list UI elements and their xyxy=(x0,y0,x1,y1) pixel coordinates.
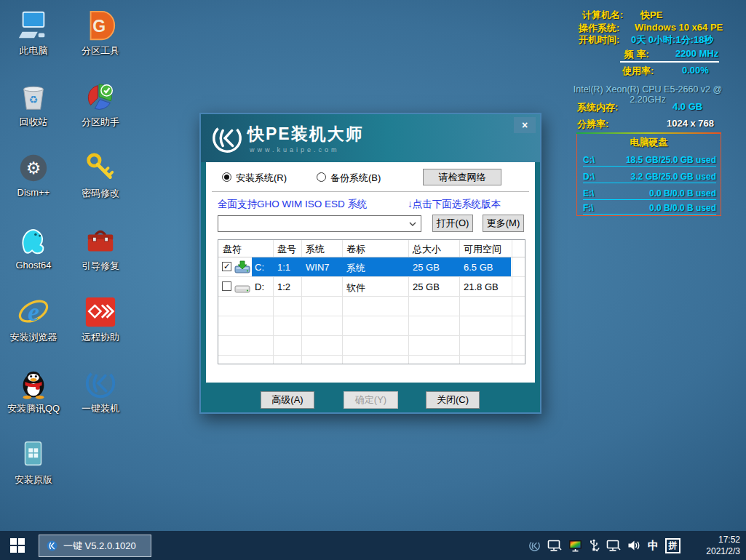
desktop-icon-diskgenius[interactable]: G 分区工具 xyxy=(68,9,133,57)
radio-install-system[interactable] xyxy=(222,172,231,182)
desktop-icon-label: 回收站 xyxy=(1,116,66,129)
advanced-label: 高级(A) xyxy=(271,393,303,407)
network-icon[interactable] xyxy=(547,540,562,552)
windows-logo-icon xyxy=(10,538,25,553)
computer-name-label: 计算机名: xyxy=(582,9,623,22)
check-network-label: 请检查网络 xyxy=(439,171,486,184)
col-system: 系统 xyxy=(306,243,325,256)
kuaipe-logo-icon xyxy=(46,540,58,552)
close-label: 关闭(C) xyxy=(437,393,469,407)
desktop-icon-dism[interactable]: ⚙ Dism++ xyxy=(1,151,66,198)
cell-drive: D: xyxy=(255,281,264,292)
taskbar-clock[interactable]: 17:52 2021/2/3 xyxy=(688,534,740,557)
frequency-value: 2200 MHz xyxy=(675,48,718,59)
ime-language-indicator[interactable]: 中 xyxy=(648,539,659,553)
radio-install-label[interactable]: 安装系统(R) xyxy=(236,172,287,185)
desktop-icon-boot-repair[interactable]: 引导修复 xyxy=(68,224,133,273)
row-d-checkbox[interactable] xyxy=(222,281,231,291)
panel-top-gradient xyxy=(576,132,721,134)
usb-eject-icon[interactable] xyxy=(590,539,600,552)
partition-table: 盘符 盘号 系统 卷标 总大小 可用空间 ✓ xyxy=(218,239,525,364)
cell-volume: 系统 xyxy=(346,262,365,275)
desktop-icon-install-original[interactable]: 安装原版 xyxy=(1,438,66,487)
resolution-label: 分辨率: xyxy=(577,118,608,131)
ime-pinyin-indicator[interactable]: 拼 xyxy=(665,538,680,553)
disk-row-f: F:\ 0.0 B/0.0 B used xyxy=(583,198,716,215)
advanced-button[interactable]: 高级(A) xyxy=(261,391,314,409)
col-disk: 盘号 xyxy=(277,243,296,256)
table-row-d[interactable]: D: 1:2 软件 25 GB 21.8 GB xyxy=(218,277,525,297)
svg-text:e: e xyxy=(28,297,39,327)
open-label: 打开(O) xyxy=(437,217,469,230)
usage-value: 0.00% xyxy=(682,65,709,76)
dialog-title: 快PE装机大师 xyxy=(247,123,364,145)
desktop-icon-label: 此电脑 xyxy=(1,44,66,57)
drive-d-icon xyxy=(234,280,250,294)
cell-free: 21.8 GB xyxy=(464,281,499,292)
remote-assist-icon xyxy=(84,295,117,329)
info-divider xyxy=(620,61,719,63)
desktop-icon-label: 安装原版 xyxy=(1,473,66,487)
row-c-checkbox[interactable]: ✓ xyxy=(222,262,231,271)
desktop: 此电脑 G 分区工具 ♻ 回收站 分区助手 ⚙ Di xyxy=(0,0,746,560)
supported-formats-link[interactable]: 全面支持GHO WIM ISO ESD 系统 xyxy=(218,198,368,211)
install-original-icon xyxy=(17,438,50,471)
close-icon: × xyxy=(522,119,528,131)
table-body: ✓ C: 1:1 WIN7 系统 25 GB 6.5 GB xyxy=(218,257,525,364)
image-path-combobox[interactable] xyxy=(218,215,421,232)
drive-usage: 0.0 B/0.0 B used xyxy=(649,203,716,213)
diskgenius-icon: G xyxy=(84,9,117,42)
clock-date: 2021/2/3 xyxy=(688,545,740,557)
separator xyxy=(212,191,529,192)
network-icon-2[interactable] xyxy=(606,540,621,552)
task-button-onekey[interactable]: 一键 V5.2.0.1020 xyxy=(39,535,151,557)
clock-time: 17:52 xyxy=(688,534,740,545)
start-button[interactable] xyxy=(0,531,35,560)
ie-icon: e xyxy=(17,295,50,329)
this-pc-icon xyxy=(17,9,50,42)
desktop-icon-this-pc[interactable]: 此电脑 xyxy=(1,9,66,57)
radio-backup-label[interactable]: 备份系统(B) xyxy=(330,172,381,185)
qq-penguin-icon xyxy=(17,367,50,400)
desktop-icon-ghost64[interactable]: Ghost64 xyxy=(1,224,66,271)
close-dialog-button[interactable]: 关闭(C) xyxy=(426,391,480,409)
cell-disk: 1:1 xyxy=(277,262,290,273)
desktop-icon-partition-assistant[interactable]: 分区助手 xyxy=(68,80,133,129)
desktop-icon-install-qq[interactable]: 安装腾讯QQ xyxy=(1,367,66,415)
radio-backup-system[interactable] xyxy=(317,172,326,182)
frequency-label: 频 率: xyxy=(624,48,649,61)
dialog-body: 安装系统(R) 备份系统(B) 请检查网络 全面支持GHO WIM ISO ES… xyxy=(206,162,535,383)
volume-icon[interactable] xyxy=(627,540,641,551)
cell-total: 25 GB xyxy=(413,281,440,292)
usage-label: 使用率: xyxy=(622,65,654,78)
kuaipe-logo-icon xyxy=(210,121,244,155)
cell-system: WIN7 xyxy=(306,262,330,273)
key-icon xyxy=(84,151,117,185)
desktop-icon-remote-assist[interactable]: 远程协助 xyxy=(68,295,133,344)
cell-volume: 软件 xyxy=(346,281,365,295)
dialog-subtitle: www.kuaipe.com xyxy=(250,146,340,153)
desktop-icon-one-key-install[interactable]: 一键装机 xyxy=(68,367,133,415)
desktop-icon-label: Dism++ xyxy=(1,187,66,198)
check-network-button[interactable]: 请检查网络 xyxy=(423,169,501,185)
more-button[interactable]: 更多(M) xyxy=(483,215,524,232)
table-row-c[interactable]: ✓ C: 1:1 WIN7 系统 25 GB 6.5 GB xyxy=(218,257,525,277)
taskbar: 一键 V5.2.0.1020 xyxy=(0,531,746,560)
desktop-icon-password-change[interactable]: 密码修改 xyxy=(68,151,133,200)
close-button[interactable]: × xyxy=(514,117,536,133)
desktop-icon-label: 引导修复 xyxy=(68,260,133,273)
svg-text:⚙: ⚙ xyxy=(26,159,41,177)
display-settings-icon[interactable] xyxy=(568,540,583,552)
hard-disk-panel: 电脑硬盘 C:\ 18.5 GB/25.0 GB used D:\ 3.2 GB… xyxy=(576,132,721,216)
desktop-icon-label: 远程协助 xyxy=(68,331,133,344)
desktop-icon-recycle-bin[interactable]: ♻ 回收站 xyxy=(1,80,66,129)
svg-text:G: G xyxy=(92,17,106,36)
ok-button[interactable]: 确定(Y) xyxy=(344,391,398,409)
open-button[interactable]: 打开(O) xyxy=(432,215,473,232)
recycle-bin-icon: ♻ xyxy=(17,80,50,113)
drive-usage: 3.2 GB/25.0 GB used xyxy=(631,172,716,182)
kuaipe-tray-icon[interactable] xyxy=(528,540,541,552)
svg-text:♻: ♻ xyxy=(29,94,39,105)
choose-version-link[interactable]: ↓点击下面选系统版本 xyxy=(408,198,501,211)
desktop-icon-install-browser[interactable]: e 安装浏览器 xyxy=(1,295,66,344)
